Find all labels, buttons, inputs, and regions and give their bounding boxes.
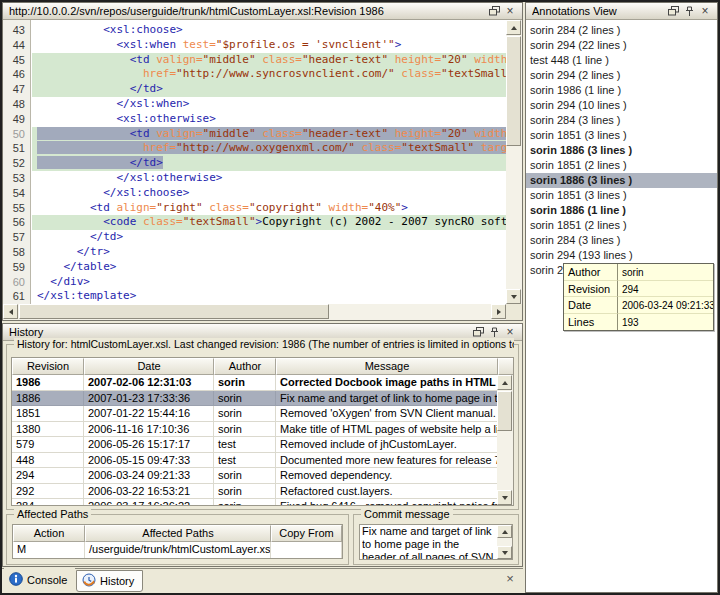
annotation-item[interactable]: sorin 294 (193 lines )	[526, 248, 717, 263]
code-area[interactable]: <xsl:choose> <xsl:when test="$profile.os…	[32, 20, 506, 304]
close-icon[interactable]: ×	[502, 5, 518, 18]
annotation-item[interactable]: sorin 294 (2 lines )	[526, 68, 717, 83]
column-header[interactable]: Action	[13, 525, 85, 542]
annotation-item[interactable]: sorin 1851 (3 lines )	[526, 188, 717, 203]
affected-paths-header: ActionAffected PathsCopy From	[13, 525, 342, 542]
code-line[interactable]: </tr>	[32, 245, 506, 260]
code-line[interactable]: <td valign="middle" class="header-text" …	[32, 53, 506, 68]
code-line[interactable]: </div>	[32, 275, 506, 290]
history-cell: Removed 'oXygen' from SVN Client manual.	[276, 406, 498, 422]
history-row[interactable]: 19862007-02-06 12:31:03sorinCorrected Do…	[12, 375, 513, 391]
code-line[interactable]: href="http://www.syncrosvnclient.com/" c…	[32, 67, 506, 82]
scroll-up-icon[interactable]	[497, 525, 512, 538]
close-icon[interactable]: ×	[697, 5, 713, 18]
commit-message-text: Fix name and target of link to home page…	[362, 525, 496, 559]
column-header[interactable]: Copy From	[271, 525, 342, 542]
scroll-down-icon[interactable]	[497, 546, 512, 559]
history-row[interactable]: 5792006-05-26 15:17:17testRemoved includ…	[12, 437, 513, 453]
code-line[interactable]: </xsl:when>	[32, 97, 506, 112]
code-line[interactable]: </td>	[32, 230, 506, 245]
scroll-up-icon[interactable]	[506, 20, 521, 35]
annotation-item[interactable]: sorin 294 (22 lines )	[526, 38, 717, 53]
code-line[interactable]: </table>	[32, 260, 506, 275]
history-row[interactable]: 2842006-03-17 16:26:22sorinFixed bug 641…	[12, 499, 513, 506]
scroll-right-icon[interactable]	[491, 304, 506, 319]
code-line[interactable]: <xsl:choose>	[32, 23, 506, 38]
annotation-item[interactable]: test 448 (1 line )	[526, 53, 717, 68]
history-cell: 2007-02-06 12:31:03	[84, 375, 214, 391]
code-line[interactable]: <xsl:otherwise>	[32, 112, 506, 127]
application-window: http://10.0.0.2/svn/repos/userguide/trun…	[0, 0, 720, 595]
scrollbar-corner	[506, 304, 522, 320]
commit-message-box[interactable]: Fix name and target of link to home page…	[359, 524, 513, 560]
code-line[interactable]: <td align="right" class="copyright" widt…	[32, 201, 506, 216]
scrollbar-thumb[interactable]	[497, 391, 512, 431]
affected-path-row[interactable]: M/userguide/trunk/htmlCustomLayer.xsl	[13, 542, 342, 558]
code-line[interactable]: </xsl:template>	[32, 289, 506, 304]
code-line[interactable]: <code class="textSmall">Copyright (c) 20…	[32, 215, 506, 230]
tab-history[interactable]: History	[76, 570, 143, 592]
code-line[interactable]: </td>	[32, 156, 506, 171]
scroll-down-icon[interactable]	[506, 289, 521, 304]
scroll-left-icon[interactable]	[3, 304, 18, 319]
annotation-item[interactable]: sorin 1986 (1 line )	[526, 83, 717, 98]
line-number: 56	[3, 215, 30, 230]
column-header[interactable]: Author	[214, 358, 276, 375]
close-icon[interactable]: ×	[502, 326, 518, 339]
editor-vertical-scrollbar[interactable]	[506, 20, 522, 304]
code-line[interactable]: </xsl:otherwise>	[32, 171, 506, 186]
line-number: 55	[3, 201, 30, 216]
editor-horizontal-scrollbar[interactable]	[3, 304, 506, 320]
scroll-down-icon[interactable]	[497, 490, 512, 505]
history-row[interactable]: 18512007-01-22 15:44:16sorinRemoved 'oXy…	[12, 406, 513, 422]
annotation-item[interactable]: sorin 1851 (2 lines )	[526, 158, 717, 173]
history-cell: 1986	[12, 375, 84, 391]
history-row[interactable]: 2922006-03-22 16:53:21sorinRefactored cu…	[12, 484, 513, 500]
annotation-item[interactable]: sorin 284 (2 lines )	[526, 23, 717, 38]
close-icon[interactable]: ×	[503, 572, 517, 586]
tooltip-value: sorin	[618, 264, 713, 281]
pin-icon[interactable]	[681, 5, 697, 18]
history-row[interactable]: 4482006-05-15 09:47:33testDocumented mor…	[12, 453, 513, 469]
history-cell: sorin	[214, 468, 276, 484]
code-line[interactable]: <td valign="middle" class="header-text" …	[32, 127, 506, 142]
annotation-item[interactable]: sorin 284 (3 lines )	[526, 233, 717, 248]
scrollbar-thumb[interactable]	[19, 304, 329, 319]
float-icon[interactable]	[470, 326, 486, 339]
history-groupbox: History for: htmlCustomLayer.xsl. Last c…	[6, 344, 519, 510]
annotation-item[interactable]: sorin 1886 (1 line )	[526, 203, 717, 218]
float-icon[interactable]	[665, 5, 681, 18]
tooltip-row: Lines193	[564, 314, 713, 331]
annotation-item[interactable]: sorin 284 (3 lines )	[526, 113, 717, 128]
line-number: 48	[3, 97, 30, 112]
column-header[interactable]: Revision	[12, 358, 84, 375]
column-header[interactable]: Date	[84, 358, 214, 375]
annotation-item[interactable]: sorin 294 (10 lines )	[526, 98, 717, 113]
affected-path-cell	[271, 542, 342, 558]
code-line[interactable]: </td>	[32, 82, 506, 97]
line-number: 43	[3, 23, 30, 38]
scrollbar-thumb[interactable]	[506, 36, 521, 146]
float-icon[interactable]	[486, 5, 502, 18]
column-header[interactable]: Message	[276, 358, 498, 375]
history-clock-icon	[82, 573, 96, 589]
pin-icon[interactable]	[486, 326, 502, 339]
annotation-item[interactable]: sorin 1886 (3 lines )	[526, 143, 717, 158]
history-row[interactable]: 2942006-03-24 09:21:33sorinRemoved depen…	[12, 468, 513, 484]
commit-message-scrollbar[interactable]	[497, 525, 512, 559]
tooltip-row: Authorsorin	[564, 264, 713, 281]
history-cell: 1886	[12, 391, 84, 407]
scroll-up-icon[interactable]	[497, 375, 512, 390]
column-header[interactable]: Affected Paths	[85, 525, 271, 542]
code-line[interactable]: </xsl:choose>	[32, 186, 506, 201]
line-number: 46	[3, 67, 30, 82]
history-row[interactable]: 13802006-11-16 17:10:36sorinMake title o…	[12, 422, 513, 438]
annotation-item[interactable]: sorin 1851 (3 lines )	[526, 128, 717, 143]
history-row[interactable]: 18862007-01-23 17:33:36sorinFix name and…	[12, 391, 513, 407]
tab-console[interactable]: Console	[4, 568, 75, 592]
annotation-item[interactable]: sorin 1851 (2 lines )	[526, 218, 717, 233]
code-line[interactable]: href="http://www.oxygenxml.com/" class="…	[32, 141, 506, 156]
history-table-scrollbar[interactable]	[497, 375, 513, 505]
code-line[interactable]: <xsl:when test="$profile.os = 'svnclient…	[32, 38, 506, 53]
annotation-item[interactable]: sorin 1886 (3 lines )	[526, 173, 717, 188]
